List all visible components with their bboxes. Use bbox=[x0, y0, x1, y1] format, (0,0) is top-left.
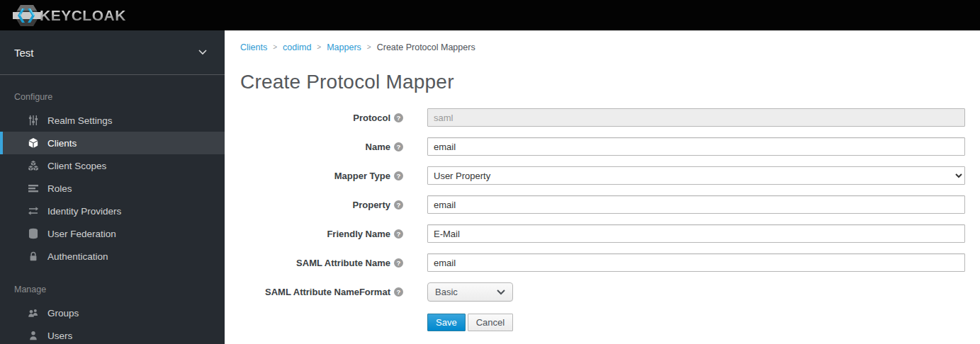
sidebar-item-label: Users bbox=[47, 331, 72, 341]
form-row-saml-attribute-name: SAML Attribute Name bbox=[240, 253, 965, 272]
name-input[interactable] bbox=[427, 137, 965, 156]
property-input[interactable] bbox=[427, 195, 965, 214]
mapper-type-label: Mapper Type bbox=[240, 171, 403, 181]
property-label: Property bbox=[240, 200, 403, 210]
sidebar-section-configure: Configure bbox=[0, 75, 225, 109]
form-row-protocol: Protocol bbox=[240, 108, 965, 127]
cubes-icon bbox=[27, 160, 39, 171]
help-icon[interactable] bbox=[394, 258, 403, 268]
group-icon bbox=[27, 307, 39, 319]
main-content: Clients > codimd > Mappers > Create Prot… bbox=[225, 30, 980, 344]
saml-attribute-name-label: SAML Attribute Name bbox=[240, 258, 403, 268]
sidebar-item-roles[interactable]: Roles bbox=[0, 177, 225, 200]
sidebar-item-realm-settings[interactable]: Realm Settings bbox=[0, 109, 225, 132]
sidebar-item-label: Groups bbox=[47, 308, 79, 319]
form-row-name: Name bbox=[240, 137, 965, 156]
keycloak-logo-text: KEYCLOAK bbox=[40, 7, 126, 24]
sidebar-item-identity-providers[interactable]: Identity Providers bbox=[0, 200, 225, 222]
name-label: Name bbox=[240, 142, 403, 152]
sidebar-item-label: User Federation bbox=[47, 229, 116, 239]
chevron-down-icon bbox=[497, 289, 505, 295]
realm-selector[interactable]: Test bbox=[0, 30, 225, 75]
saml-attribute-nameformat-select[interactable]: Basic bbox=[427, 282, 513, 302]
help-icon[interactable] bbox=[394, 287, 403, 297]
form-buttons: Save Cancel bbox=[427, 314, 965, 331]
top-navbar: KEYCLOAK bbox=[0, 0, 980, 30]
keycloak-logo: KEYCLOAK bbox=[11, 3, 126, 28]
sliders-icon bbox=[27, 115, 39, 126]
create-protocol-mapper-form: Protocol Name Mapper Type User Prop bbox=[240, 108, 965, 331]
lock-icon bbox=[27, 251, 39, 262]
sidebar-item-label: Clients bbox=[47, 138, 77, 149]
form-row-property: Property bbox=[240, 195, 965, 214]
form-row-mapper-type: Mapper Type User Property bbox=[240, 166, 965, 185]
sidebar-item-label: Client Scopes bbox=[47, 161, 106, 171]
sidebar-item-clients[interactable]: Clients bbox=[0, 132, 225, 154]
mapper-type-select[interactable]: User Property bbox=[427, 166, 965, 185]
save-button[interactable]: Save bbox=[427, 314, 466, 331]
page-title: Create Protocol Mapper bbox=[240, 71, 965, 93]
sidebar-item-label: Identity Providers bbox=[47, 206, 121, 217]
cube-icon bbox=[27, 137, 39, 149]
configure-nav-list: Realm Settings Clients bbox=[0, 109, 225, 268]
saml-attribute-name-input[interactable] bbox=[427, 253, 965, 272]
form-row-saml-attribute-nameformat: SAML Attribute NameFormat Basic bbox=[240, 282, 965, 302]
sidebar-item-authentication[interactable]: Authentication bbox=[0, 245, 225, 268]
saml-attribute-nameformat-label: SAML Attribute NameFormat bbox=[240, 287, 403, 297]
breadcrumb-separator: > bbox=[367, 42, 371, 52]
sidebar: Test Configure Realm Settings bbox=[0, 30, 225, 344]
protocol-label: Protocol bbox=[240, 113, 403, 123]
friendly-name-label: Friendly Name bbox=[240, 229, 403, 239]
breadcrumb-separator: > bbox=[273, 42, 277, 52]
sidebar-item-label: Authentication bbox=[47, 251, 108, 262]
breadcrumb-current: Create Protocol Mappers bbox=[377, 42, 475, 52]
sidebar-section-manage: Manage bbox=[0, 268, 225, 302]
realm-name: Test bbox=[14, 47, 34, 59]
sidebar-item-label: Roles bbox=[47, 183, 72, 194]
friendly-name-input[interactable] bbox=[427, 224, 965, 243]
sidebar-item-users[interactable]: Users bbox=[0, 324, 225, 344]
sidebar-item-user-federation[interactable]: User Federation bbox=[0, 222, 225, 245]
help-icon[interactable] bbox=[394, 142, 403, 151]
breadcrumb-separator: > bbox=[317, 42, 321, 52]
keycloak-logo-icon bbox=[11, 3, 43, 28]
sidebar-item-label: Realm Settings bbox=[47, 115, 113, 126]
chevron-down-icon bbox=[198, 50, 207, 55]
cancel-button[interactable]: Cancel bbox=[468, 314, 513, 331]
database-icon bbox=[27, 228, 39, 239]
form-row-friendly-name: Friendly Name bbox=[240, 224, 965, 243]
help-icon[interactable] bbox=[394, 113, 403, 122]
list-icon bbox=[27, 183, 39, 194]
breadcrumb-mappers-link[interactable]: Mappers bbox=[327, 42, 361, 52]
breadcrumb: Clients > codimd > Mappers > Create Prot… bbox=[240, 42, 965, 52]
help-icon[interactable] bbox=[394, 200, 403, 210]
sidebar-item-groups[interactable]: Groups bbox=[0, 302, 225, 324]
breadcrumb-clients-link[interactable]: Clients bbox=[240, 42, 267, 52]
manage-nav-list: Groups Users bbox=[0, 302, 225, 344]
help-icon[interactable] bbox=[394, 171, 403, 180]
sidebar-item-client-scopes[interactable]: Client Scopes bbox=[0, 154, 225, 177]
user-icon bbox=[27, 330, 39, 341]
breadcrumb-codimd-link[interactable]: codimd bbox=[283, 42, 311, 52]
protocol-input bbox=[427, 108, 965, 127]
exchange-arrows-icon bbox=[27, 205, 39, 217]
help-icon[interactable] bbox=[394, 229, 403, 239]
